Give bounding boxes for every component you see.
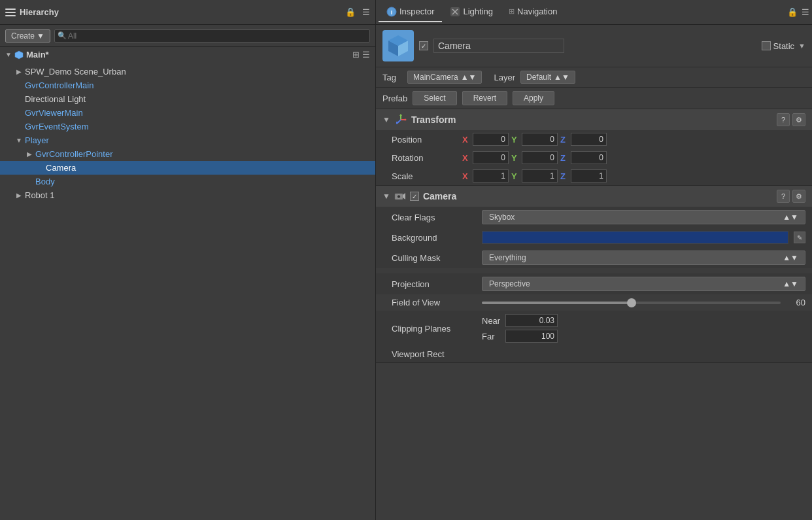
tab-lighting[interactable]: Lighting	[442, 3, 501, 22]
hierarchy-item-spw[interactable]: SPW_Demo Scene_Urban	[0, 65, 375, 78]
tab-navigation[interactable]: ⊞ Navigation	[501, 3, 565, 22]
position-z-input[interactable]	[571, 133, 607, 146]
item-label-camera: Camera	[46, 163, 76, 173]
hierarchy-header: Hierarchy 🔒 ☰	[0, 0, 375, 25]
create-button[interactable]: Create ▼	[5, 29, 50, 43]
hierarchy-item-body[interactable]: Body	[0, 175, 375, 188]
camera-component-title: Camera	[423, 191, 773, 201]
clipping-planes-values: Near Far	[482, 314, 805, 343]
hierarchy-panel: Hierarchy 🔒 ☰ Create ▼ 🔍 Main* ⊞ ☰ SPW_D…	[0, 0, 376, 520]
item-label-robot1: Robot 1	[25, 190, 55, 200]
inspector-panel: i Inspector Lighting ⊞ Navigation 🔒 ☰	[376, 0, 812, 520]
hierarchy-search-input[interactable]	[54, 29, 370, 43]
select-button[interactable]: Select	[413, 91, 456, 105]
projection-label: Projection	[392, 279, 477, 289]
rotation-xyz: X Y Z	[462, 151, 805, 164]
rotation-y-input[interactable]	[522, 151, 558, 164]
lighting-tab-icon	[450, 7, 460, 17]
scale-z-input[interactable]	[571, 169, 607, 182]
camera-settings-button[interactable]: ⚙	[792, 190, 805, 203]
scale-label: Scale	[392, 171, 457, 181]
fov-slider-track[interactable]	[482, 302, 781, 304]
inspector-lock-icon[interactable]: 🔒	[787, 7, 798, 17]
tree-arrow-directionallight	[16, 96, 22, 103]
fov-slider-container	[482, 302, 781, 304]
hierarchy-item-gvrcontrollerpointer[interactable]: GvrControllerPointer	[0, 147, 375, 161]
camera-collapse-arrow: ▼	[382, 192, 390, 201]
inspector-tab-label: Inspector	[399, 7, 434, 16]
projection-dropdown[interactable]: Perspective ▲▼	[482, 277, 805, 291]
hierarchy-item-camera[interactable]: Camera	[0, 161, 375, 175]
inspector-tab-icon: i	[386, 7, 397, 17]
hierarchy-menu-icon[interactable]	[5, 9, 16, 16]
layer-dropdown[interactable]: Default ▲▼	[520, 71, 575, 84]
culling-mask-dropdown[interactable]: Everything ▲▼	[482, 251, 805, 265]
search-wrapper: 🔍	[54, 29, 370, 43]
item-label-player: Player	[25, 135, 49, 145]
object-enabled-checkbox[interactable]	[419, 41, 428, 50]
tag-dropdown[interactable]: MainCamera ▲▼	[407, 71, 482, 84]
transform-help-button[interactable]: ?	[777, 113, 790, 126]
tree-arrow-player	[16, 137, 22, 144]
scale-x-input[interactable]	[473, 169, 509, 182]
rotation-z-label: Z	[560, 153, 568, 163]
hierarchy-item-directionallight[interactable]: Directional Light	[0, 92, 375, 106]
transform-settings-button[interactable]: ⚙	[792, 113, 805, 126]
rotation-x-input[interactable]	[473, 151, 509, 164]
tab-inspector[interactable]: i Inspector	[379, 3, 442, 22]
fov-value: 60	[786, 298, 805, 307]
tree-arrow-spw	[16, 69, 22, 75]
hierarchy-item-gvrcontrollermain[interactable]: GvrControllerMain	[0, 78, 375, 92]
layer-label: Layer	[494, 73, 515, 82]
scene-header[interactable]: Main* ⊞ ☰	[0, 47, 375, 62]
camera-enabled-checkbox[interactable]	[410, 192, 419, 201]
background-color-swatch[interactable]	[482, 231, 788, 244]
camera-component-options: ? ⚙	[777, 190, 805, 203]
object-name-field[interactable]	[433, 39, 564, 53]
hierarchy-item-robot1[interactable]: Robot 1	[0, 188, 375, 202]
apply-button[interactable]: Apply	[513, 91, 554, 105]
scene-menu-icon[interactable]: ☰	[362, 50, 370, 60]
hierarchy-item-gvrviewermain[interactable]: GvrViewerMain	[0, 106, 375, 120]
scene-options: ⊞ ☰	[352, 50, 370, 60]
tree-arrow-gvrcontrollerpointer	[26, 151, 33, 158]
position-z-label: Z	[560, 135, 568, 145]
static-checkbox[interactable]	[762, 41, 771, 50]
hierarchy-lock-icon[interactable]: 🔒	[345, 7, 356, 17]
object-name-row	[419, 39, 756, 53]
transform-options: ? ⚙	[777, 113, 805, 126]
position-y-input[interactable]	[522, 133, 558, 146]
hierarchy-options-icon[interactable]: ☰	[362, 7, 370, 17]
hierarchy-title: Hierarchy	[20, 7, 59, 17]
camera-component: ▼ Camera ? ⚙ Clear Flags Skybox	[376, 186, 812, 363]
far-value-input[interactable]	[505, 330, 558, 343]
rotation-z-input[interactable]	[571, 151, 607, 164]
position-x-input[interactable]	[473, 133, 509, 146]
revert-button[interactable]: Revert	[462, 91, 507, 105]
item-label-body: Body	[35, 177, 55, 186]
camera-component-header[interactable]: ▼ Camera ? ⚙	[376, 186, 812, 207]
position-xyz: X Y Z	[462, 133, 805, 146]
inspector-menu-icon[interactable]: ☰	[802, 7, 809, 17]
hierarchy-item-gvreventsystem[interactable]: GvrEventSystem	[0, 120, 375, 133]
tag-layer-row: Tag MainCamera ▲▼ Layer Default ▲▼	[376, 67, 812, 88]
scene-name: Main*	[26, 50, 49, 60]
clipping-planes-row: Clipping Planes Near Far	[376, 311, 812, 346]
object-thumbnail	[382, 30, 414, 61]
camera-help-button[interactable]: ?	[777, 190, 790, 203]
inspector-content: Static ▼ Tag MainCamera ▲▼ Layer Default…	[376, 25, 812, 520]
transform-header[interactable]: ▼ Transform ? ⚙	[376, 109, 812, 130]
rotation-label: Rotation	[392, 153, 457, 163]
static-dropdown-arrow[interactable]: ▼	[798, 42, 805, 50]
clear-flags-dropdown[interactable]: Skybox ▲▼	[482, 210, 805, 224]
fov-slider-thumb[interactable]	[627, 298, 636, 307]
clipping-planes-label: Clipping Planes	[392, 324, 477, 334]
scale-y-input[interactable]	[522, 169, 558, 182]
transform-component: ▼ Transform ? ⚙ Position	[376, 109, 812, 186]
inspector-tabs: i Inspector Lighting ⊞ Navigation 🔒 ☰	[376, 0, 812, 25]
near-value-input[interactable]	[505, 314, 558, 327]
color-picker-button[interactable]: ✎	[794, 232, 805, 243]
hierarchy-toolbar: Create ▼ 🔍	[0, 25, 375, 47]
scene-filter-icon[interactable]: ⊞	[352, 50, 360, 60]
hierarchy-item-player[interactable]: Player	[0, 133, 375, 147]
